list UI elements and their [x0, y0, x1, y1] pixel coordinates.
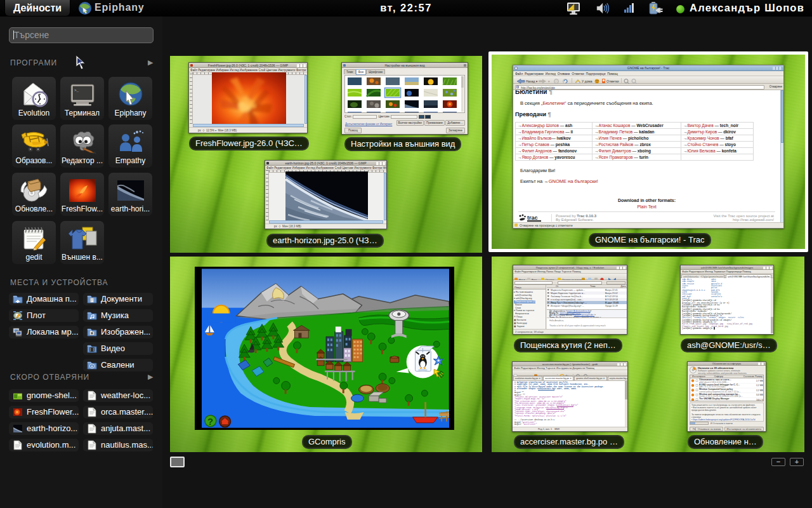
- svg-text:2,7 MB: 2,7 MB: [756, 380, 763, 382]
- svg-text:Любомир Геновски «m@fsa-b…: Любомир Геновски «m@fsa-b…: [551, 295, 584, 298]
- svg-text:е в обща категория(без) - нов…: е в обща категория(без) - нов…: [551, 298, 584, 301]
- svg-text:В 9:58 09:58: В 9:58 09:58: [605, 298, 618, 301]
- svg-text:У дома: У дома: [582, 79, 593, 83]
- svg-text:Вчера 22:41: Вчера 22:41: [605, 289, 618, 291]
- svg-text:Мария Кодинова «одобрение м…: Мария Кодинова «одобрение м…: [551, 292, 586, 295]
- svg-text:Явор Туч «:Упътване@abv.bg» …: Явор Туч «:Упътване@abv.bg» …: [551, 302, 587, 304]
- svg-text:▾: ▾: [548, 79, 550, 83]
- svg-text:Марисела Коциянчич — update…: Марисела Коциянчич — update…: [551, 289, 586, 291]
- svg-text:Вчера 23:02: Вчера 23:02: [605, 292, 618, 295]
- svg-text:trac: trac: [527, 215, 538, 221]
- svg-text:The GNOME Display Manager: The GNOME Display Manager: [699, 398, 730, 400]
- svg-text:В друг 15:45: В друг 15:45: [605, 302, 619, 304]
- svg-text:Преди 11:29: Преди 11:29: [605, 305, 618, 307]
- svg-text:Отметки: Отметки: [606, 79, 619, 83]
- svg-text:100,2 MB: 100,2 MB: [756, 399, 764, 401]
- svg-text:Назад ▾: Назад ▾: [526, 79, 538, 83]
- svg-text:?: ?: [207, 417, 213, 427]
- svg-text:В 9:42 09:50: В 9:42 09:50: [605, 295, 618, 298]
- svg-text:Интернет «drugo@fsa-bg.org» …: Интернет «drugo@fsa-bg.org» …: [551, 305, 584, 307]
- svg-text:>_: >_: [74, 88, 79, 93]
- svg-text:2,2 MB: 2,2 MB: [756, 384, 763, 387]
- svg-text:2,2 MB: 2,2 MB: [756, 389, 763, 392]
- svg-text:3,3 MB: 3,3 MB: [756, 394, 763, 396]
